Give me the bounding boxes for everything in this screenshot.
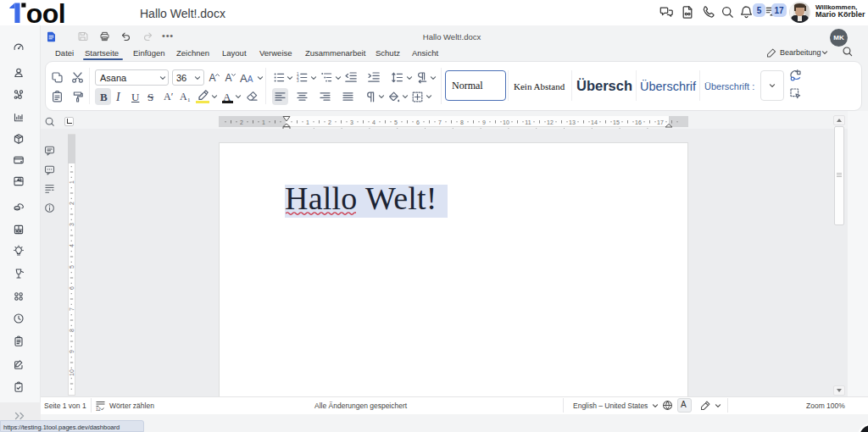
svg-text:A: A bbox=[209, 72, 216, 84]
svg-text:3: 3 bbox=[69, 223, 75, 226]
svg-text:9: 9 bbox=[69, 350, 75, 353]
svg-text:7: 7 bbox=[438, 119, 442, 125]
svg-text:16: 16 bbox=[635, 119, 642, 125]
svg-text:A: A bbox=[225, 72, 232, 84]
svg-text:8: 8 bbox=[69, 329, 75, 332]
svg-text:9: 9 bbox=[482, 119, 486, 125]
svg-text:1: 1 bbox=[262, 119, 265, 125]
svg-text:7: 7 bbox=[69, 307, 75, 311]
svg-text:6: 6 bbox=[69, 286, 75, 290]
svg-text:1: 1 bbox=[69, 180, 75, 184]
svg-text:14: 14 bbox=[591, 119, 598, 125]
svg-text:4: 4 bbox=[69, 244, 75, 247]
svg-text:6: 6 bbox=[416, 119, 420, 125]
svg-text:5: 5 bbox=[69, 265, 75, 269]
svg-text:10: 10 bbox=[69, 369, 75, 376]
svg-text:13: 13 bbox=[569, 119, 576, 125]
svg-text:11: 11 bbox=[525, 119, 531, 125]
svg-text:17: 17 bbox=[657, 119, 664, 125]
svg-text:5: 5 bbox=[394, 119, 398, 125]
svg-text:ool: ool bbox=[26, 1, 65, 25]
svg-text:12: 12 bbox=[547, 119, 554, 125]
svg-text:2: 2 bbox=[240, 119, 243, 125]
svg-text:2: 2 bbox=[69, 202, 75, 205]
svg-text:8: 8 bbox=[460, 119, 464, 125]
svg-text:1: 1 bbox=[306, 119, 309, 125]
svg-text:3: 3 bbox=[350, 119, 353, 125]
svg-text:4: 4 bbox=[372, 119, 376, 125]
svg-text:15: 15 bbox=[613, 119, 620, 125]
svg-text:2: 2 bbox=[328, 119, 331, 125]
svg-text:12: 12 bbox=[96, 407, 101, 412]
svg-text:3: 3 bbox=[297, 79, 299, 83]
svg-text:10: 10 bbox=[503, 119, 509, 125]
